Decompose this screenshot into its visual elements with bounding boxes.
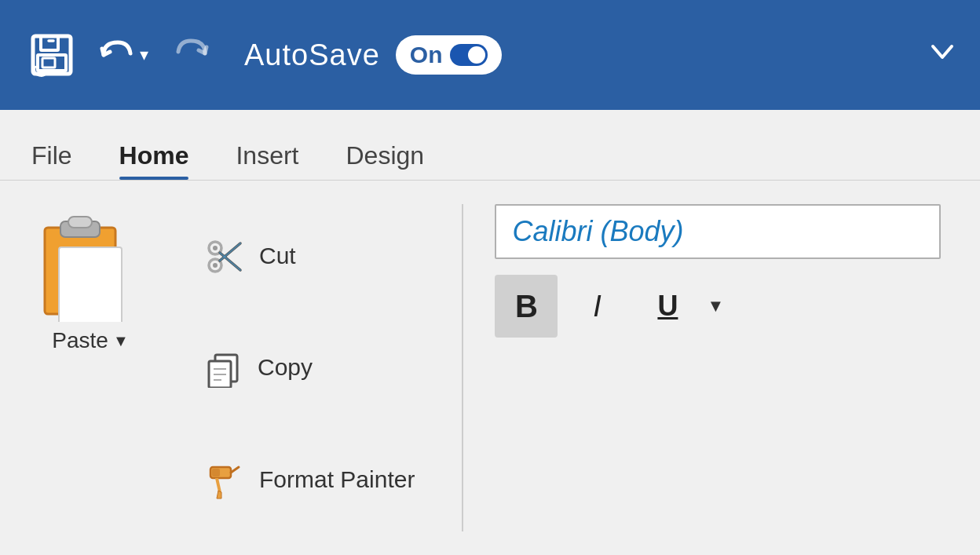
ribbon-divider	[462, 204, 463, 531]
font-section: Calibri (Body) B I U ▼	[479, 196, 956, 539]
bold-button[interactable]: B	[495, 275, 558, 338]
svg-rect-3	[42, 58, 55, 68]
redo-button[interactable]	[172, 33, 213, 77]
paste-dropdown-icon[interactable]: ▼	[113, 332, 129, 350]
clipboard-section: Paste ▼	[24, 196, 173, 539]
ribbon-tabs: File Home Insert Design	[0, 110, 980, 181]
svg-rect-1	[41, 36, 58, 50]
italic-button[interactable]: I	[565, 275, 628, 338]
paste-button[interactable]	[31, 204, 149, 322]
autosave-toggle[interactable]: On	[396, 35, 503, 75]
ribbon-collapse-button[interactable]	[928, 38, 956, 72]
autosave-label: AutoSave	[244, 38, 380, 72]
toggle-thumb	[468, 46, 485, 64]
svg-line-22	[231, 467, 239, 473]
autosave-toggle-text: On	[410, 42, 443, 68]
save-button[interactable]	[24, 27, 80, 83]
font-name-box[interactable]: Calibri (Body)	[495, 204, 941, 259]
svg-rect-23	[212, 469, 220, 476]
underline-button[interactable]: U	[636, 275, 699, 338]
tab-home[interactable]: Home	[119, 141, 189, 180]
format-painter-button[interactable]: Format Painter	[196, 455, 422, 505]
undo-dropdown-icon[interactable]: ▾	[140, 46, 148, 64]
paste-label: Paste	[52, 328, 108, 353]
tab-file[interactable]: File	[31, 141, 72, 180]
paste-label-wrap[interactable]: Paste ▼	[52, 328, 128, 353]
undo-button[interactable]: ▾	[96, 35, 148, 75]
cut-button[interactable]: Cut	[196, 231, 422, 281]
svg-rect-6	[68, 217, 92, 228]
copy-label: Copy	[258, 354, 313, 381]
toggle-track	[450, 44, 488, 66]
format-painter-label: Format Painter	[259, 466, 415, 493]
svg-line-14	[220, 243, 240, 261]
svg-rect-7	[59, 247, 122, 322]
copy-button[interactable]: Copy	[196, 342, 422, 393]
title-bar: ▾ AutoSave On	[0, 0, 980, 110]
ribbon-content: Paste ▼ Cut	[0, 181, 980, 555]
underline-dropdown-icon[interactable]: ▼	[707, 296, 724, 316]
font-formatting-row: B I U ▼	[495, 275, 941, 338]
edit-commands: Cut Copy	[173, 196, 446, 539]
tab-design[interactable]: Design	[346, 141, 425, 180]
svg-point-11	[213, 246, 218, 250]
svg-point-9	[213, 263, 218, 268]
cut-label: Cut	[259, 243, 296, 269]
svg-line-15	[220, 253, 240, 270]
tab-insert[interactable]: Insert	[236, 141, 298, 180]
font-name-text: Calibri (Body)	[512, 215, 683, 247]
